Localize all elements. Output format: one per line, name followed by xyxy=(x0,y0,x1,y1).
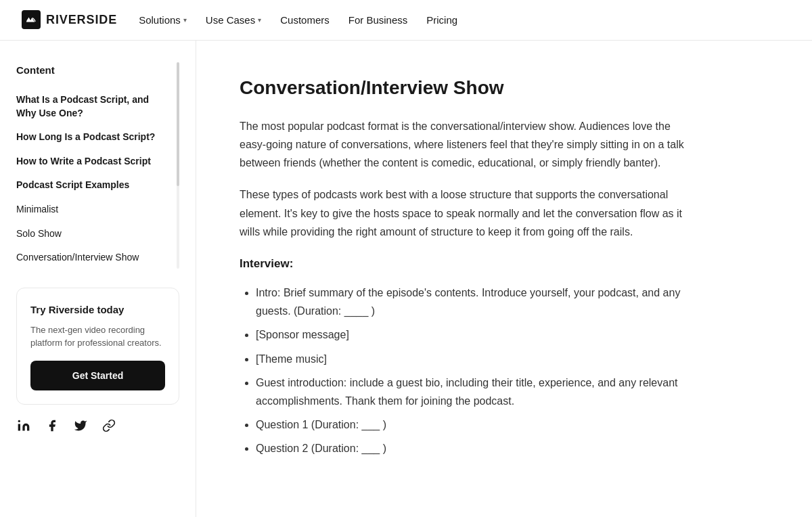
list-item: Intro: Brief summary of the episode's co… xyxy=(256,284,694,320)
article-heading: Conversation/Interview Show xyxy=(240,73,694,104)
chevron-down-icon: ▾ xyxy=(183,15,187,26)
list-item: What Is a Podcast Script, and Why Use On… xyxy=(16,89,168,124)
sidebar-nav: What Is a Podcast Script, and Why Use On… xyxy=(16,89,168,269)
social-links xyxy=(16,418,179,433)
nav-customers[interactable]: Customers xyxy=(280,12,330,28)
list-item: Question 1 (Duration: ___ ) xyxy=(256,415,694,434)
list-item: Question 2 (Duration: ___ ) xyxy=(256,439,694,457)
nav-use-cases[interactable]: Use Cases ▾ xyxy=(206,12,261,28)
list-item: [Sponsor message] xyxy=(256,325,694,344)
article-body: These types of podcasts work best with a… xyxy=(240,185,694,241)
sidebar-item-interview-show[interactable]: Conversation/Interview Show xyxy=(16,247,168,269)
svg-point-0 xyxy=(18,420,20,422)
twitter-icon[interactable] xyxy=(73,418,88,433)
logo-icon xyxy=(22,10,41,29)
cta-box: Try Riverside today The next-gen video r… xyxy=(16,288,179,405)
list-item: Minimalist xyxy=(16,199,168,221)
scrollbar-thumb xyxy=(177,62,179,186)
facebook-icon[interactable] xyxy=(45,418,60,433)
list-item: Solo Show xyxy=(16,223,168,245)
sidebar-item-how-long[interactable]: How Long Is a Podcast Script? xyxy=(16,127,168,148)
chevron-down-icon: ▾ xyxy=(258,15,261,26)
interview-list: Intro: Brief summary of the episode's co… xyxy=(240,284,694,458)
list-item: How Long Is a Podcast Script? xyxy=(16,127,168,148)
link-icon[interactable] xyxy=(102,418,116,433)
list-item: Guest introduction: include a guest bio,… xyxy=(256,374,694,410)
interview-heading: Interview: xyxy=(240,254,694,273)
get-started-button[interactable]: Get Started xyxy=(30,361,165,390)
main-content: Conversation/Interview Show The most pop… xyxy=(196,41,738,517)
navbar: RIVERSIDE Solutions ▾ Use Cases ▾ Custom… xyxy=(0,0,812,41)
scrollbar-track xyxy=(177,62,179,269)
sidebar-item-how-to-write[interactable]: How to Write a Podcast Script xyxy=(16,151,168,173)
nav-pricing[interactable]: Pricing xyxy=(426,12,457,28)
list-item: [Theme music] xyxy=(256,350,694,368)
article-intro: The most popular podcast format is the c… xyxy=(240,117,694,173)
sidebar-item-solo-show[interactable]: Solo Show xyxy=(16,223,168,245)
page-layout: Content What Is a Podcast Script, and Wh… xyxy=(0,41,812,517)
cta-description: The next-gen video recording platform fo… xyxy=(30,323,165,350)
list-item: Podcast Script Examples xyxy=(16,175,168,196)
list-item: How to Write a Podcast Script xyxy=(16,151,168,173)
cta-title: Try Riverside today xyxy=(30,302,165,318)
article-section: Conversation/Interview Show The most pop… xyxy=(240,73,694,458)
sidebar: Content What Is a Podcast Script, and Wh… xyxy=(0,41,196,517)
brand-logo[interactable]: RIVERSIDE xyxy=(22,10,117,30)
nav-for-business[interactable]: For Business xyxy=(348,12,408,28)
nav-solutions[interactable]: Solutions ▾ xyxy=(139,12,187,28)
nav-links: Solutions ▾ Use Cases ▾ Customers For Bu… xyxy=(139,12,457,28)
sidebar-item-examples[interactable]: Podcast Script Examples xyxy=(16,175,168,196)
brand-name: RIVERSIDE xyxy=(46,10,117,30)
sidebar-content: Content What Is a Podcast Script, and Wh… xyxy=(16,62,179,269)
sidebar-item-what-is[interactable]: What Is a Podcast Script, and Why Use On… xyxy=(16,89,168,124)
list-item: Conversation/Interview Show xyxy=(16,247,168,269)
sidebar-item-minimalist[interactable]: Minimalist xyxy=(16,199,168,221)
sidebar-title: Content xyxy=(16,62,168,78)
linkedin-icon[interactable] xyxy=(16,418,31,433)
